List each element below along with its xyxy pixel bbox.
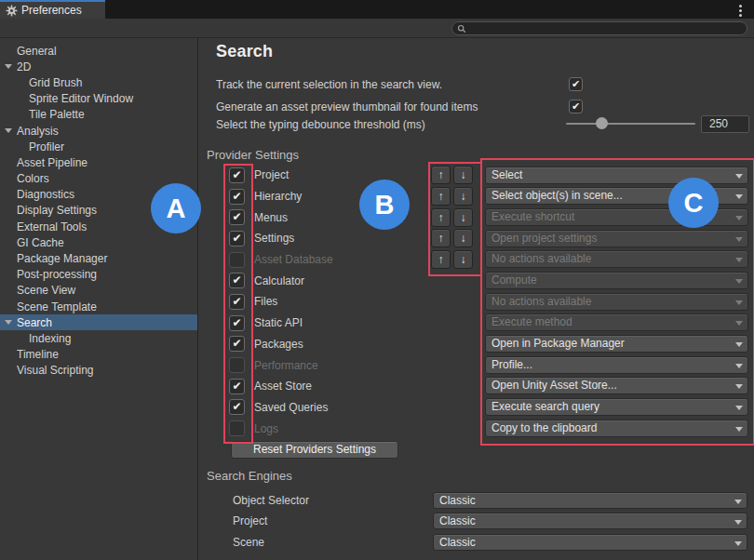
provider-label: Performance [254, 359, 318, 372]
move-up-button[interactable]: ↑ [431, 166, 451, 184]
provider-checkbox-saved-queries[interactable]: ✔ [229, 399, 245, 415]
foldout-chevron-down-icon[interactable] [5, 64, 12, 73]
provider-row-project: ✔Project [229, 165, 434, 186]
provider-checkbox-settings[interactable]: ✔ [229, 231, 245, 247]
engine-dropdown-object-selector[interactable]: Classic [433, 492, 747, 509]
provider-checkbox-calculator[interactable]: ✔ [229, 273, 245, 288]
provider-checkbox-menus[interactable]: ✔ [229, 209, 245, 225]
provider-checkbox-static-api[interactable]: ✔ [229, 315, 245, 331]
move-up-button[interactable]: ↑ [431, 208, 451, 227]
provider-checkbox-packages[interactable]: ✔ [229, 336, 245, 352]
sidebar-item-timeline[interactable]: Timeline [0, 347, 197, 363]
provider-checkbox-asset-store[interactable]: ✔ [229, 379, 245, 394]
provider-row-saved-queries: ✔Saved Queries [229, 397, 434, 419]
debounce-value-field[interactable]: 250 [701, 115, 749, 133]
search-engines-header: Search Engines [207, 469, 292, 483]
action-dropdown-static-api: Execute method [485, 313, 748, 331]
engine-dropdown-scene[interactable]: Classic [433, 534, 747, 551]
provider-row-settings: ✔Settings [229, 228, 434, 249]
order-button-row: ↑↓ [431, 207, 476, 228]
sidebar-item-indexing[interactable]: Indexing [0, 330, 197, 346]
sidebar-item-label: Search [17, 316, 52, 329]
page-title: Search [216, 42, 273, 61]
sidebar-item-package-manager[interactable]: Package Manager [0, 250, 197, 266]
track-selection-checkbox[interactable]: ✔ [569, 77, 583, 91]
sidebar-item-sprite-editor-window[interactable]: Sprite Editor Window [0, 91, 197, 107]
setting-label-track-selection: Track the current selection in the searc… [216, 78, 442, 91]
sidebar-item-scene-template[interactable]: Scene Template [0, 299, 197, 314]
provider-label: Settings [254, 232, 294, 245]
sidebar-item-asset-pipeline[interactable]: Asset Pipeline [0, 154, 197, 170]
title-bar: Preferences [0, 0, 754, 19]
chevron-down-icon [735, 174, 743, 182]
action-dropdown-logs[interactable]: Copy to the clipboard [485, 420, 748, 437]
move-down-button[interactable]: ↓ [453, 166, 473, 184]
provider-checkbox-performance[interactable] [229, 357, 245, 373]
toolbar [0, 19, 754, 38]
sidebar-item-analysis[interactable]: Analysis [0, 123, 197, 139]
debounce-slider-track[interactable] [566, 123, 695, 125]
engine-row-project: ProjectClassic [233, 513, 747, 533]
sidebar-item-label: Asset Pipeline [17, 156, 88, 169]
move-up-button[interactable]: ↑ [431, 187, 451, 206]
engine-label: Object Selector [233, 492, 433, 509]
sidebar-item-general[interactable]: General [0, 43, 197, 59]
action-dropdown-value: Profile... [491, 358, 532, 371]
action-dropdown-project[interactable]: Select [485, 167, 748, 184]
kebab-menu-icon[interactable] [739, 4, 742, 18]
move-down-button[interactable]: ↓ [453, 208, 473, 227]
preview-thumbnail-checkbox[interactable]: ✔ [569, 100, 583, 113]
sidebar-item-post-processing[interactable]: Post-processing [0, 267, 197, 283]
sidebar-item-label: Colors [17, 172, 49, 185]
provider-checkbox-asset-database[interactable] [229, 252, 245, 268]
sidebar-item-scene-view[interactable]: Scene View [0, 283, 197, 299]
chevron-down-icon [735, 258, 743, 266]
reset-providers-button[interactable]: Reset Providers Settings [231, 441, 398, 459]
search-input[interactable] [451, 21, 747, 35]
sidebar-item-grid-brush[interactable]: Grid Brush [0, 74, 197, 90]
sidebar-item-tile-palette[interactable]: Tile Palette [0, 107, 197, 123]
chevron-down-icon [734, 520, 742, 528]
move-down-button[interactable]: ↓ [453, 229, 473, 247]
annotation-circle-c: C [668, 178, 719, 228]
setting-label-preview-thumbnail: Generate an asset preview thumbnail for … [216, 100, 478, 113]
chevron-down-icon [735, 194, 743, 203]
engine-row-object-selector: Object SelectorClassic [233, 492, 747, 513]
debounce-slider-handle[interactable] [596, 117, 608, 129]
provider-checkbox-files[interactable]: ✔ [229, 294, 245, 310]
action-dropdown-calculator: Compute [485, 272, 748, 289]
sidebar-item-profiler[interactable]: Profiler [0, 139, 197, 154]
preferences-window: Preferences General2DGrid BrushSprite Ed… [0, 0, 754, 560]
sidebar-item-label: Timeline [17, 348, 59, 361]
foldout-chevron-down-icon[interactable] [5, 320, 12, 328]
action-dropdown-performance[interactable]: Profile... [485, 356, 748, 374]
engine-label: Project [233, 513, 433, 529]
move-down-button[interactable]: ↓ [453, 250, 473, 269]
sidebar-item-gi-cache[interactable]: GI Cache [0, 234, 197, 250]
move-up-button[interactable]: ↑ [431, 250, 451, 269]
chevron-down-icon [735, 342, 743, 351]
foldout-chevron-down-icon[interactable] [5, 128, 12, 137]
move-down-button[interactable]: ↓ [453, 187, 473, 206]
action-dropdown-packages[interactable]: Open in Package Manager [485, 335, 748, 353]
sidebar-item-label: Indexing [29, 332, 71, 345]
provider-checkbox-hierarchy[interactable]: ✔ [229, 189, 245, 205]
provider-order-buttons: ↑↓↑↓↑↓↑↓↑↓ [431, 165, 476, 270]
sidebar-item-label: Package Manager [17, 252, 107, 265]
sidebar-item-label: External Tools [17, 220, 87, 233]
engine-dropdown-project[interactable]: Classic [433, 513, 747, 529]
sidebar-item-search[interactable]: Search [0, 314, 197, 330]
action-dropdown-value: Open project settings [491, 232, 597, 245]
sidebar-item-2d[interactable]: 2D [0, 59, 197, 74]
preferences-tab[interactable]: Preferences [0, 0, 105, 19]
action-dropdown-saved-queries[interactable]: Execute search query [485, 398, 748, 416]
provider-label: Asset Store [254, 380, 312, 393]
provider-label: Files [254, 295, 277, 308]
engine-row-scene: SceneClassic [233, 534, 747, 554]
provider-checkbox-project[interactable]: ✔ [229, 167, 245, 183]
move-up-button[interactable]: ↑ [431, 229, 451, 247]
provider-row-calculator: ✔Calculator [229, 270, 434, 291]
sidebar-item-visual-scripting[interactable]: Visual Scripting [0, 363, 197, 379]
action-dropdown-asset-store[interactable]: Open Unity Asset Store... [485, 377, 748, 394]
provider-checkbox-logs[interactable] [229, 420, 245, 436]
